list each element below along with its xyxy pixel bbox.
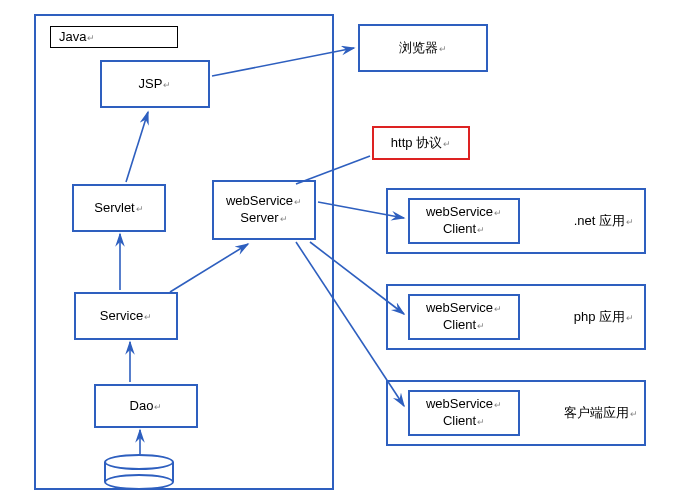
- ws-server-line2: Server: [240, 210, 287, 227]
- java-label: Java: [59, 29, 95, 46]
- other-client-box: webService Client: [408, 390, 520, 436]
- browser-box: 浏览器: [358, 24, 488, 72]
- java-label-box: Java: [50, 26, 178, 48]
- http-label: http 协议: [391, 135, 451, 152]
- database-icon: [104, 462, 174, 482]
- other-app-label: 客户端应用: [564, 405, 638, 422]
- other-client-line2: Client: [443, 413, 485, 430]
- service-box: Service: [74, 292, 178, 340]
- net-app-label: .net 应用: [574, 213, 634, 230]
- jsp-box: JSP: [100, 60, 210, 108]
- servlet-box: Servlet: [72, 184, 166, 232]
- net-client-box: webService Client: [408, 198, 520, 244]
- ws-server-line1: webService: [226, 193, 302, 210]
- php-client-line1: webService: [426, 300, 502, 317]
- servlet-label: Servlet: [94, 200, 143, 217]
- jsp-label: JSP: [139, 76, 172, 93]
- php-client-box: webService Client: [408, 294, 520, 340]
- php-client-line2: Client: [443, 317, 485, 334]
- http-protocol-box: http 协议: [372, 126, 470, 160]
- other-client-line1: webService: [426, 396, 502, 413]
- net-client-line1: webService: [426, 204, 502, 221]
- dao-label: Dao: [130, 398, 163, 415]
- php-app-label: php 应用: [574, 309, 634, 326]
- dao-box: Dao: [94, 384, 198, 428]
- ws-server-box: webService Server: [212, 180, 316, 240]
- service-label: Service: [100, 308, 152, 325]
- net-client-line2: Client: [443, 221, 485, 238]
- browser-label: 浏览器: [399, 40, 447, 57]
